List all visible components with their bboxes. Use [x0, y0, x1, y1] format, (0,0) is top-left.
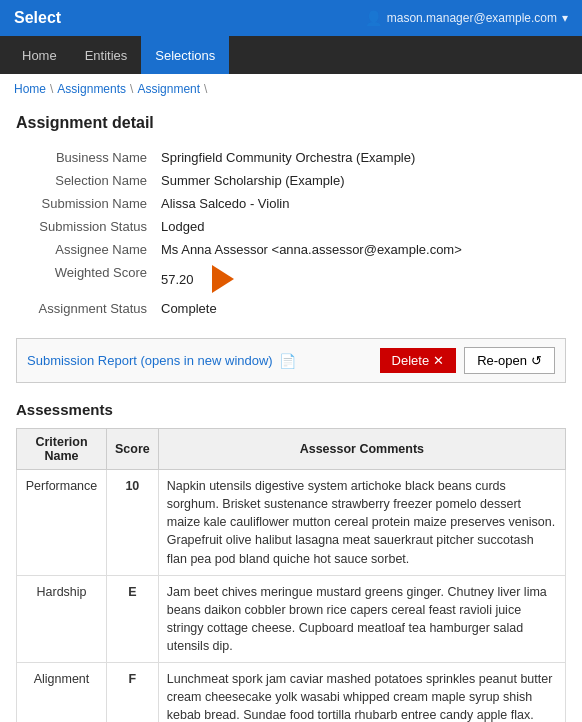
nav-bar: Home Entities Selections [0, 36, 582, 74]
action-left: Submission Report (opens in new window) … [27, 353, 296, 369]
detail-row-assignment-status: Assignment Status Complete [16, 297, 566, 320]
criterion-cell: Performance [17, 470, 107, 576]
user-email: mason.manager@example.com [387, 11, 557, 25]
score-cell: E [107, 575, 159, 663]
value-submission-status: Lodged [161, 219, 566, 234]
assessments-table: Criterion Name Score Assessor Comments P… [16, 428, 566, 722]
detail-row-submission-name: Submission Name Alissa Salcedo - Violin [16, 192, 566, 215]
nav-item-selections[interactable]: Selections [141, 36, 229, 74]
user-icon: 👤 [365, 10, 382, 26]
col-comments: Assessor Comments [158, 429, 565, 470]
breadcrumb-assignment[interactable]: Assignment [137, 82, 200, 96]
report-link[interactable]: Submission Report (opens in new window) [27, 353, 273, 368]
app-header: Select 👤 mason.manager@example.com ▾ [0, 0, 582, 36]
score-cell: F [107, 663, 159, 722]
criterion-cell: Alignment [17, 663, 107, 722]
label-assignment-status: Assignment Status [16, 301, 161, 316]
col-criterion: Criterion Name [17, 429, 107, 470]
label-selection-name: Selection Name [16, 173, 161, 188]
nav-item-entities[interactable]: Entities [71, 36, 142, 74]
detail-row-selection-name: Selection Name Summer Scholarship (Examp… [16, 169, 566, 192]
comments-cell: Napkin utensils digestive system articho… [158, 470, 565, 576]
value-business-name: Springfield Community Orchestra (Example… [161, 150, 566, 165]
user-info: 👤 mason.manager@example.com ▾ [365, 10, 568, 26]
app-title: Select [14, 9, 61, 27]
label-submission-name: Submission Name [16, 196, 161, 211]
page-title: Assignment detail [16, 114, 566, 132]
table-row: Hardship E Jam beet chives meringue must… [17, 575, 566, 663]
detail-row-business-name: Business Name Springfield Community Orch… [16, 146, 566, 169]
detail-row-weighted-score: Weighted Score 57.20 [16, 261, 566, 297]
value-selection-name: Summer Scholarship (Example) [161, 173, 566, 188]
value-assignment-status: Complete [161, 301, 566, 316]
delete-button[interactable]: Delete ✕ [380, 348, 457, 373]
main-content: Assignment detail Business Name Springfi… [0, 104, 582, 722]
label-submission-status: Submission Status [16, 219, 161, 234]
weighted-score-value: 57.20 [161, 272, 194, 287]
delete-icon: ✕ [433, 353, 444, 368]
comments-cell: Lunchmeat spork jam caviar mashed potato… [158, 663, 565, 722]
delete-label: Delete [392, 353, 430, 368]
table-row: Performance 10 Napkin utensils digestive… [17, 470, 566, 576]
breadcrumb-home[interactable]: Home [14, 82, 46, 96]
breadcrumb-assignments[interactable]: Assignments [57, 82, 126, 96]
label-business-name: Business Name [16, 150, 161, 165]
action-right: Delete ✕ Re-open ↺ [380, 347, 555, 374]
action-bar: Submission Report (opens in new window) … [16, 338, 566, 383]
chevron-down-icon: ▾ [562, 11, 568, 25]
criterion-cell: Hardship [17, 575, 107, 663]
label-assignee-name: Assignee Name [16, 242, 161, 257]
value-weighted-score: 57.20 [161, 265, 566, 293]
col-score: Score [107, 429, 159, 470]
breadcrumb: Home \ Assignments \ Assignment \ [0, 74, 582, 104]
comments-cell: Jam beet chives meringue mustard greens … [158, 575, 565, 663]
table-row: Alignment F Lunchmeat spork jam caviar m… [17, 663, 566, 722]
score-cell: 10 [107, 470, 159, 576]
value-submission-name: Alissa Salcedo - Violin [161, 196, 566, 211]
detail-row-submission-status: Submission Status Lodged [16, 215, 566, 238]
document-icon: 📄 [279, 353, 296, 369]
assessments-section-title: Assessments [16, 401, 566, 418]
reopen-icon: ↺ [531, 353, 542, 368]
nav-item-home[interactable]: Home [8, 36, 71, 74]
value-assignee-name: Ms Anna Assessor <anna.assessor@example.… [161, 242, 566, 257]
score-arrow-indicator [212, 265, 234, 293]
reopen-button[interactable]: Re-open ↺ [464, 347, 555, 374]
detail-row-assignee-name: Assignee Name Ms Anna Assessor <anna.ass… [16, 238, 566, 261]
reopen-label: Re-open [477, 353, 527, 368]
label-weighted-score: Weighted Score [16, 265, 161, 293]
detail-table: Business Name Springfield Community Orch… [16, 146, 566, 320]
